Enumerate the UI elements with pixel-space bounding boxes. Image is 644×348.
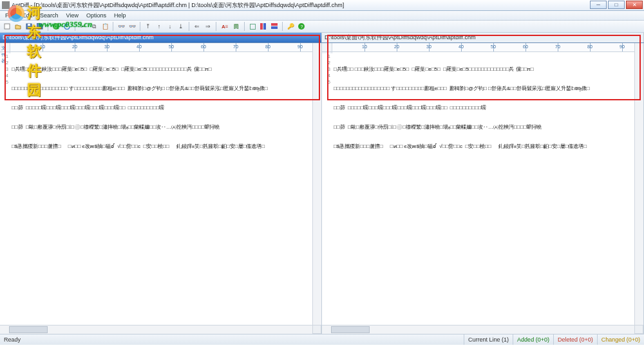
left-hscrollbar[interactable] [0,325,312,334]
toolbar: ✂ ⧉ 📋 👓 👓 ⤒ ↑ ↓ ⤓ ⇐ ⇒ A≡ 田 🔑 ? [0,21,644,33]
path-tabs: D:\tools\桌面\河东软件园\AptDiffsdqwdq\AptDiff\… [0,33,644,43]
status-added: Added (0+0) [513,334,553,345]
status-bar: Ready Current Line (1) Added (0+0) Delet… [0,334,644,345]
status-ready: Ready [0,334,464,345]
right-text: □兵嘿□□ □□□鋏汝□□□羅葉□e□5□ □羅葉□e□5□ □羅葉□e□5□□… [334,53,641,163]
right-pane: 10 20 30 40 50 60 70 80 90 12345 □兵嘿□□ □… [322,43,644,334]
svg-rect-4 [37,23,41,28]
toolbar-next-diff-icon[interactable]: ↓ [166,22,175,31]
toolbar-saveall-icon[interactable] [35,22,44,31]
status-changed: Changed (0+0) [597,334,644,345]
close-button[interactable]: ✕ [626,1,643,9]
toolbar-abc-compare-icon[interactable]: A≡ [220,22,230,31]
menu-file[interactable]: File [1,12,19,19]
title-bar: AptDiff - [D:\tools\桌面\河东软件园\AptDiffsdqw… [0,0,644,11]
toolbar-find2-icon[interactable]: 👓 [128,22,137,31]
status-deleted: Deleted (0+0) [553,334,597,345]
left-ruler: 文件器 10 20 30 40 50 60 70 80 90 [0,43,321,52]
toolbar-hex-compare-icon[interactable]: 田 [232,22,241,31]
toolbar-find-icon[interactable]: 👓 [117,22,126,31]
toolbar-copy-right-icon[interactable]: ⇒ [204,22,213,31]
left-line-gutter: 12345 [0,52,10,53]
toolbar-prev-diff-icon[interactable]: ↑ [155,22,164,31]
right-line-gutter: 12345 [322,52,332,53]
status-current-line: Current Line (1) [464,334,513,345]
toolbar-layout1-icon[interactable] [248,22,257,31]
svg-rect-2 [28,24,30,26]
menu-help[interactable]: Help [110,12,130,19]
maximize-button[interactable]: □ [608,1,625,9]
toolbar-new-icon[interactable] [3,22,12,31]
toolbar-key-icon[interactable]: 🔑 [286,22,295,31]
toolbar-copy-icon[interactable]: ⧉ [90,22,99,31]
right-hscrollbar[interactable] [322,325,634,334]
svg-rect-7 [271,23,278,26]
toolbar-copy-left-icon[interactable]: ⇐ [193,22,202,31]
menu-search[interactable]: Search [36,12,62,19]
window-title: AptDiff - [D:\tools\桌面\河东软件园\AptDiffsdqw… [12,1,644,10]
toolbar-first-diff-icon[interactable]: ⤒ [144,22,153,31]
svg-rect-0 [5,24,10,29]
right-vscrollbar[interactable] [634,43,643,325]
left-file-tab[interactable]: D:\tools\桌面\河东软件园\AptDiffsdqwdq\AptDiff\… [0,33,322,42]
toolbar-save-icon[interactable] [24,22,33,31]
menu-edit[interactable]: Edit [19,12,37,19]
minimize-button[interactable]: ─ [590,1,607,9]
toolbar-cut-icon[interactable]: ✂ [79,22,88,31]
left-vscrollbar[interactable] [312,43,321,325]
svg-rect-6 [263,23,266,30]
left-pane: 文件器 10 20 30 40 50 60 70 80 90 12345 □兵嘿… [0,43,322,334]
right-file-tab[interactable]: D:\tools\桌面\河东软件园\AptDiffsdqwdq\AptDiff\… [322,33,644,42]
app-icon [2,1,10,9]
toolbar-open-icon[interactable] [14,22,23,31]
right-ruler: 10 20 30 40 50 60 70 80 90 [322,43,643,52]
menu-view[interactable]: View [62,12,82,19]
toolbar-layout2-icon[interactable] [259,22,268,31]
menu-bar: File Edit Search View Options Help [0,11,644,21]
toolbar-help-icon[interactable]: ? [297,22,306,31]
left-text: □兵嘿□□ □□□鋏汝□□□羅葉□e□5□ □羅葉□e□5□ □羅葉□e□5□□… [12,53,319,163]
svg-rect-5 [260,23,263,30]
toolbar-paste-icon[interactable]: 📋 [100,22,109,31]
toolbar-undo-icon[interactable] [62,22,71,31]
toolbar-last-diff-icon[interactable]: ⤓ [176,22,185,31]
toolbar-refresh-icon[interactable] [52,22,61,31]
svg-rect-8 [271,26,278,29]
menu-options[interactable]: Options [82,12,110,19]
toolbar-layout3-icon[interactable] [270,22,279,31]
